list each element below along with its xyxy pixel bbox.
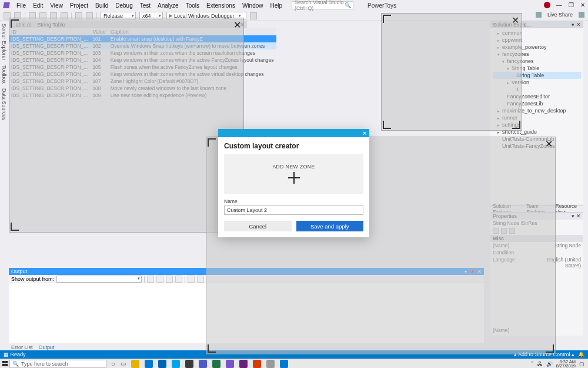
tab-error-list[interactable]: Error List [11, 344, 33, 350]
window-maximize-button[interactable]: ❐ [568, 2, 574, 8]
save-and-apply-button[interactable]: Save and apply [296, 221, 364, 231]
name-field-label: Name [224, 198, 363, 204]
taskbar-app-icon[interactable] [172, 360, 180, 368]
toolbar-separator [185, 276, 185, 283]
tray-network-icon[interactable]: 🖧 [537, 361, 543, 367]
zone-resize-handle[interactable] [208, 344, 216, 353]
left-tool-rail: Server Explorer Toolbox Data Sources [0, 21, 9, 227]
action-center-icon[interactable]: ▢ [579, 361, 584, 367]
system-tray: ˄ 🖧 🔊 8:37 AM 8/27/2019 ▢ [527, 360, 588, 368]
dialog-close-button[interactable]: ✕ [362, 130, 367, 137]
server-explorer-tab[interactable]: Server Explorer [0, 21, 8, 63]
menu-file[interactable]: File [16, 2, 26, 9]
panel-options-icon[interactable]: ▾ ✕ [572, 213, 581, 219]
output-title: Output [11, 268, 27, 274]
live-share-button[interactable]: Live Share [547, 12, 573, 18]
zone-resize-handle[interactable] [208, 138, 216, 147]
status-ready: ▦ [4, 352, 11, 357]
taskbar-app-icon[interactable] [185, 360, 193, 368]
output-source-dropdown[interactable] [56, 276, 142, 283]
tab-output[interactable]: Output [39, 344, 55, 350]
zone-close-button[interactable]: ✕ [232, 19, 242, 30]
taskbar-app-icon[interactable] [226, 360, 234, 368]
show-output-from-label: Show output from: [11, 276, 54, 282]
solution-name: PowerToys [368, 2, 396, 9]
menu-project[interactable]: Project [70, 2, 88, 9]
taskbar-pinned-apps: ○ ▭ [111, 360, 288, 368]
toolbar-extra-button[interactable] [250, 12, 257, 19]
menu-analyze[interactable]: Analyze [158, 2, 179, 9]
play-icon [169, 14, 172, 18]
notifications-icon[interactable]: 🔔 [578, 352, 584, 357]
menu-edit[interactable]: Edit [33, 2, 43, 9]
taskbar-app-icon[interactable] [239, 360, 248, 368]
panel-close-icon[interactable]: ▾ ✕ [572, 22, 581, 28]
start-button[interactable] [0, 359, 9, 369]
zone-resize-handle[interactable] [512, 121, 520, 129]
task-view-icon[interactable]: ▭ [121, 360, 126, 367]
menu-window[interactable]: Window [242, 2, 263, 9]
dialog-title: Custom layout creator [224, 142, 363, 150]
feedback-icon[interactable] [579, 12, 584, 18]
tray-overflow-icon[interactable]: ˄ [531, 361, 534, 367]
output-wrap-button[interactable] [197, 276, 204, 283]
search-icon: 🔍 [345, 2, 351, 8]
status-text: Ready [11, 352, 26, 357]
menu-test[interactable]: Test [140, 2, 151, 9]
taskbar-clock[interactable]: 8:37 AM 8/27/2019 [556, 360, 576, 368]
menu-help[interactable]: Help [270, 2, 282, 9]
output-goto-button[interactable] [156, 276, 163, 283]
menu-debug[interactable]: Debug [115, 2, 132, 9]
search-placeholder-text: Type here to search [21, 361, 68, 367]
custom-layout-creator-dialog: ✕ Custom layout creator ADD NEW ZONE Nam… [218, 129, 369, 237]
zone-resize-handle[interactable] [383, 15, 391, 23]
output-prev-button[interactable] [166, 276, 173, 283]
window-close-button[interactable]: ✕ [580, 2, 586, 8]
taskbar-app-icon[interactable] [280, 360, 288, 368]
menu-extensions[interactable]: Extensions [206, 2, 235, 9]
taskbar-app-icon[interactable] [145, 360, 153, 368]
search-icon: 🔍 [12, 361, 19, 367]
windows-taskbar: 🔍 Type here to search ○ ▭ ˄ 🖧 🔊 8:37 AM … [0, 359, 588, 368]
toolbox-tab[interactable]: Toolbox [0, 63, 8, 86]
search-placeholder: Search Visual Studio (Ctrl+Q) [295, 0, 350, 11]
data-sources-tab[interactable]: Data Sources [0, 86, 8, 123]
vs-logo-icon [3, 2, 10, 8]
user-avatar[interactable] [544, 2, 550, 8]
zone-resize-handle[interactable] [546, 344, 554, 353]
zone-resize-handle[interactable] [383, 121, 391, 129]
fancyzone-region[interactable]: ✕ [381, 13, 522, 131]
layout-name-input[interactable] [224, 205, 363, 215]
zone-close-button[interactable]: ✕ [510, 15, 520, 25]
zone-resize-handle[interactable] [11, 223, 19, 231]
quick-launch-search[interactable]: Search Visual Studio (Ctrl+Q) 🔍 [292, 1, 353, 9]
tray-volume-icon[interactable]: 🔊 [546, 361, 553, 367]
menu-build[interactable]: Build [95, 2, 108, 9]
output-find-button[interactable] [147, 276, 154, 283]
toolbar-separator [144, 276, 145, 283]
taskbar-app-icon[interactable] [253, 360, 261, 368]
live-share-icon [536, 12, 542, 18]
menu-tools[interactable]: Tools [186, 2, 199, 9]
output-clear-button[interactable] [188, 276, 195, 283]
add-zone-label: ADD NEW ZONE [272, 164, 315, 170]
menu-bar: File Edit View Project Build Debug Test … [0, 0, 588, 11]
output-next-button[interactable] [175, 276, 182, 283]
taskbar-app-icon[interactable] [131, 360, 139, 368]
window-minimize-button[interactable]: — [556, 2, 562, 8]
taskbar-app-icon[interactable] [266, 360, 275, 368]
zone-resize-handle[interactable] [11, 19, 19, 28]
taskbar-app-icon[interactable] [158, 360, 166, 368]
clock-date: 8/27/2019 [556, 364, 576, 368]
plus-icon [288, 172, 300, 184]
windows-logo-icon [2, 361, 8, 366]
cancel-button[interactable]: Cancel [224, 221, 292, 231]
taskbar-app-icon[interactable] [199, 360, 207, 368]
taskbar-search-input[interactable]: 🔍 Type here to search [9, 360, 106, 368]
zone-close-button[interactable]: ✕ [543, 138, 554, 149]
menu-view[interactable]: View [50, 2, 63, 9]
cortana-icon[interactable]: ○ [111, 360, 115, 367]
dialog-titlebar[interactable]: ✕ [218, 129, 369, 137]
add-new-zone-button[interactable]: ADD NEW ZONE [224, 154, 363, 194]
taskbar-app-icon[interactable] [212, 360, 220, 368]
